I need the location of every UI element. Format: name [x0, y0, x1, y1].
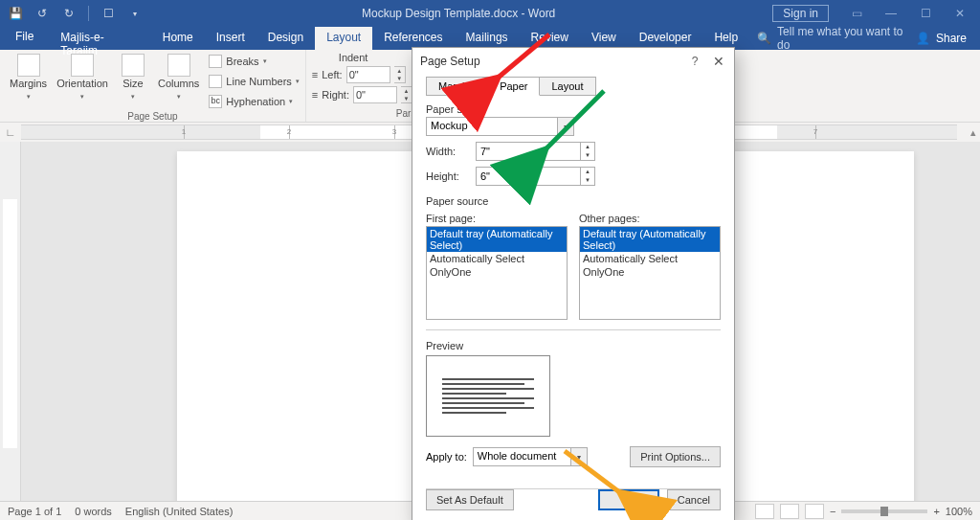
list-item: Automatically Select [427, 252, 567, 265]
breaks-button[interactable]: Breaks ▾ [209, 52, 299, 71]
ok-button[interactable]: OK [598, 489, 659, 510]
zoom-level[interactable]: 100% [946, 506, 972, 517]
redo-icon[interactable]: ↻ [59, 4, 78, 23]
tab-design[interactable]: Design [256, 27, 315, 50]
vertical-ruler[interactable] [0, 142, 21, 501]
dialog-tab-margins[interactable]: Margins [426, 77, 488, 96]
apply-to-select[interactable]: Whole document [473, 447, 571, 466]
paper-size-select[interactable]: Mockup [426, 117, 558, 136]
share-button[interactable]: Share [936, 32, 967, 45]
first-page-label: First page: [426, 213, 568, 224]
qat-more-icon[interactable]: ▾ [125, 4, 145, 23]
first-page-listbox[interactable]: Default tray (Automatically Select) Auto… [426, 226, 568, 320]
apply-to-label: Apply to: [426, 451, 467, 463]
tab-home[interactable]: Home [151, 27, 205, 50]
status-words[interactable]: 0 words [75, 506, 112, 517]
indent-left-input[interactable]: 0" [346, 66, 390, 83]
width-label: Width: [426, 146, 466, 157]
title-bar: 💾 ↺ ↻ ☐ ▾ Mockup Design Template.docx - … [0, 0, 980, 27]
list-item: OnlyOne [580, 265, 720, 279]
height-spinner[interactable]: ▲▼ [581, 167, 595, 186]
zoom-out-icon[interactable]: − [830, 506, 835, 517]
cancel-button[interactable]: Cancel [667, 489, 721, 510]
share-icon: 👤 [916, 32, 930, 45]
undo-icon[interactable]: ↺ [33, 4, 52, 23]
page-setup-dialog: Page Setup ? ✕ Margins Paper Layout Pape… [412, 47, 735, 520]
minimize-icon[interactable]: — [875, 2, 907, 25]
size-button[interactable]: Size▾ [114, 52, 152, 111]
dialog-title: Page Setup [420, 55, 480, 68]
paper-size-label: Paper size: [426, 103, 721, 115]
line-numbers-button[interactable]: Line Numbers ▾ [209, 72, 299, 91]
list-item: Default tray (Automatically Select) [427, 227, 567, 252]
signin-button[interactable]: Sign in [772, 5, 829, 22]
dialog-tab-paper[interactable]: Paper [487, 77, 540, 96]
preview-label: Preview [426, 340, 721, 351]
maximize-icon[interactable]: ☐ [909, 2, 942, 25]
save-icon[interactable]: 💾 [6, 4, 25, 23]
other-pages-listbox[interactable]: Default tray (Automatically Select) Auto… [579, 226, 721, 320]
indent-left-spinner[interactable]: ▲▼ [394, 66, 406, 83]
width-spinner[interactable]: ▲▼ [581, 142, 595, 161]
margins-button[interactable]: Margins▾ [6, 52, 51, 111]
tab-layout[interactable]: Layout [315, 27, 372, 50]
columns-button[interactable]: Columns▾ [154, 52, 203, 111]
preview-box [426, 355, 550, 437]
view-web-icon[interactable] [805, 504, 824, 519]
list-item: Default tray (Automatically Select) [580, 227, 720, 252]
group-label-page-setup: Page Setup [6, 111, 300, 122]
height-label: Height: [426, 170, 466, 182]
tab-insert[interactable]: Insert [205, 27, 256, 50]
zoom-slider[interactable] [841, 509, 927, 513]
indent-right-icon: ≡ [312, 89, 318, 101]
paper-size-dropdown-icon[interactable]: ▾ [558, 117, 574, 136]
document-title: Mockup Design Template.docx - Word [145, 7, 772, 20]
list-item: Automatically Select [580, 252, 720, 265]
hyphenation-button[interactable]: bcHyphenation ▾ [209, 92, 299, 111]
search-icon: 🔍 [757, 32, 771, 45]
ribbon-display-icon[interactable]: ▭ [840, 2, 873, 25]
tab-file[interactable]: File [0, 27, 49, 50]
zoom-in-icon[interactable]: + [933, 506, 939, 517]
apply-to-dropdown-icon[interactable]: ▾ [571, 447, 588, 466]
view-print-icon[interactable] [780, 504, 799, 519]
other-pages-label: Other pages: [579, 213, 721, 224]
status-page[interactable]: Page 1 of 1 [8, 506, 61, 517]
list-item: OnlyOne [427, 265, 567, 279]
quick-print-icon[interactable]: ☐ [99, 4, 118, 23]
tell-me-search[interactable]: 🔍 Tell me what you want to do [757, 27, 916, 50]
close-icon[interactable]: ✕ [944, 2, 976, 25]
width-input[interactable] [476, 142, 581, 161]
view-read-icon[interactable] [755, 504, 774, 519]
tab-stop-icon[interactable]: ∟ [0, 126, 21, 138]
orientation-button[interactable]: Orientation▾ [53, 52, 112, 111]
dialog-tab-layout[interactable]: Layout [539, 77, 595, 96]
height-input[interactable] [476, 167, 581, 186]
dialog-close-icon[interactable]: ✕ [709, 54, 726, 69]
print-options-button[interactable]: Print Options... [630, 446, 721, 467]
dialog-help-icon[interactable]: ? [688, 55, 702, 68]
tab-custom[interactable]: Majlis-e-Tarajim [49, 27, 150, 50]
indent-right-input[interactable]: 0" [353, 86, 397, 103]
status-language[interactable]: English (United States) [125, 506, 234, 517]
indent-left-icon: ≡ [312, 69, 318, 80]
ruler-toggle-icon[interactable]: ▴ [967, 126, 980, 139]
set-default-button[interactable]: Set As Default [426, 489, 514, 510]
paper-source-label: Paper source [426, 195, 721, 207]
